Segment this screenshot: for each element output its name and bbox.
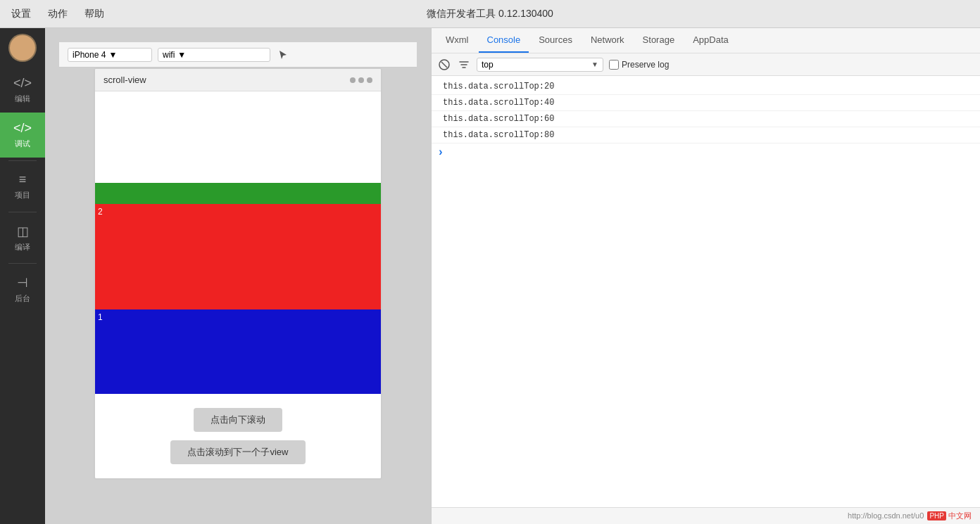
- red-section: 2: [95, 204, 381, 309]
- filter-dropdown-icon: ▼: [591, 60, 598, 68]
- devtools-toolbar: ▼ Preserve log: [432, 53, 980, 76]
- avatar-face: [10, 35, 35, 60]
- tab-wxml[interactable]: Wxml: [437, 28, 477, 53]
- console-prompt[interactable]: ›: [432, 143, 980, 162]
- menu-bar: 设置 动作 帮助 微信开发者工具 0.12.130400: [0, 0, 980, 28]
- scroll-down-button[interactable]: 点击向下滚动: [194, 408, 282, 432]
- tab-console[interactable]: Console: [479, 28, 529, 53]
- preserve-log-wrapper: Preserve log: [609, 60, 669, 70]
- menu-help[interactable]: 帮助: [84, 8, 104, 20]
- svg-line-1: [441, 62, 447, 68]
- filter-input[interactable]: [482, 60, 589, 70]
- clear-console-icon[interactable]: [437, 58, 451, 72]
- sidebar-item-backend[interactable]: ⊣ 后台: [0, 267, 45, 312]
- blue-label: 1: [98, 312, 103, 322]
- preserve-log-checkbox[interactable]: [609, 60, 619, 70]
- sidebar-item-editor[interactable]: </> 编辑: [0, 68, 45, 113]
- console-line: this.data.scrollTop:40: [432, 95, 980, 111]
- phone-title: scroll-view: [103, 75, 146, 85]
- bottom-bar: http://blog.csdn.net/u0 PHP 中文网: [432, 507, 980, 524]
- phone-content: 2 1 点击向下滚动 点击滚动到下一个子view: [95, 91, 381, 478]
- sidebar-label-editor: 编辑: [15, 94, 30, 104]
- preview-area: iPhone 4 ▼ wifi ▼ scroll-view: [45, 28, 431, 524]
- cursor-icon[interactable]: [276, 48, 290, 62]
- scroll-to-next-button[interactable]: 点击滚动到下一个子view: [170, 440, 305, 464]
- sidebar-item-project[interactable]: ≡ 项目: [0, 164, 45, 209]
- green-bar: [95, 183, 381, 204]
- console-text-3: this.data.scrollTop:60: [443, 114, 554, 124]
- tab-appdata[interactable]: AppData: [684, 28, 737, 53]
- tab-sources[interactable]: Sources: [530, 28, 581, 53]
- menu-actions[interactable]: 动作: [48, 8, 68, 20]
- console-text-1: this.data.scrollTop:20: [443, 82, 554, 91]
- sidebar-label-project: 项目: [15, 190, 30, 200]
- phone-dots: [350, 77, 372, 83]
- sidebar-divider-3: [8, 263, 37, 264]
- red-label: 2: [98, 207, 103, 217]
- sidebar: </> 编辑 </> 调试 ≡ 项目 ◫ 编译 ⊣ 后台: [0, 28, 45, 524]
- sidebar-item-compile[interactable]: ◫ 编译: [0, 215, 45, 260]
- preserve-log-label: Preserve log: [622, 60, 669, 70]
- project-icon: ≡: [19, 172, 27, 187]
- avatar[interactable]: [8, 34, 37, 62]
- device-name: iPhone 4: [73, 50, 106, 60]
- device-dropdown-icon: ▼: [108, 50, 117, 60]
- menu-settings[interactable]: 设置: [11, 8, 31, 20]
- blue-section: 1: [95, 309, 381, 394]
- phone-frame: scroll-view 2 1 点击向下滚动 点击滚动到下一个子: [94, 68, 382, 480]
- dot-2: [358, 77, 364, 83]
- sidebar-divider-1: [8, 160, 37, 161]
- sidebar-item-debug[interactable]: </> 调试: [0, 113, 45, 158]
- sidebar-label-debug: 调试: [15, 139, 30, 149]
- sidebar-divider-2: [8, 212, 37, 212]
- sidebar-label-compile: 编译: [15, 242, 30, 253]
- compile-icon: ◫: [17, 224, 29, 239]
- backend-icon: ⊣: [17, 275, 28, 290]
- network-select[interactable]: wifi ▼: [158, 48, 270, 62]
- devtools-tabs: Wxml Console Sources Network Storage App…: [432, 28, 980, 53]
- tab-storage[interactable]: Storage: [634, 28, 684, 53]
- filter-icon[interactable]: [457, 58, 471, 72]
- sidebar-label-backend: 后台: [15, 293, 30, 304]
- console-output: this.data.scrollTop:20 this.data.scrollT…: [432, 76, 980, 507]
- network-dropdown-icon: ▼: [177, 50, 186, 60]
- dot-3: [367, 77, 372, 83]
- device-toolbar: iPhone 4 ▼ wifi ▼: [59, 42, 417, 68]
- code-icon: </>: [13, 76, 32, 91]
- phone-buttons: 点击向下滚动 点击滚动到下一个子view: [95, 394, 381, 478]
- bottom-url: http://blog.csdn.net/u0 PHP 中文网: [848, 511, 972, 521]
- main-area: </> 编辑 </> 调试 ≡ 项目 ◫ 编译 ⊣ 后台 iPhone 4 ▼: [0, 28, 980, 524]
- dot-1: [350, 77, 356, 83]
- console-line: this.data.scrollTop:80: [432, 127, 980, 143]
- tab-network[interactable]: Network: [582, 28, 633, 53]
- console-text-4: this.data.scrollTop:80: [443, 130, 554, 140]
- network-name: wifi: [163, 50, 175, 60]
- phone-titlebar: scroll-view: [95, 69, 381, 91]
- filter-input-wrapper[interactable]: ▼: [477, 58, 603, 72]
- console-line: this.data.scrollTop:20: [432, 79, 980, 95]
- debug-icon: </>: [13, 121, 32, 136]
- console-text-2: this.data.scrollTop:40: [443, 98, 554, 108]
- devtools-panel: Wxml Console Sources Network Storage App…: [431, 28, 980, 524]
- white-section: [95, 91, 381, 183]
- app-title: 微信开发者工具 0.12.130400: [427, 8, 553, 20]
- console-line: this.data.scrollTop:60: [432, 111, 980, 127]
- device-select[interactable]: iPhone 4 ▼: [68, 48, 152, 62]
